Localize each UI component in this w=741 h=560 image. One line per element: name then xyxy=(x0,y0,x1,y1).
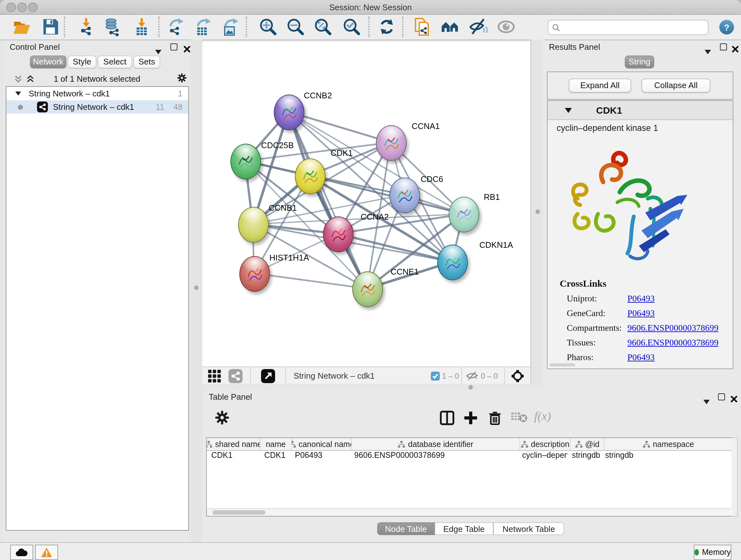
table-panel-close-icon[interactable] xyxy=(731,393,737,405)
export-network-icon[interactable] xyxy=(166,17,185,37)
results-panel-close-icon[interactable] xyxy=(732,44,738,55)
table-horizontal-scrollbar[interactable] xyxy=(207,508,731,516)
control-panel-close-icon[interactable] xyxy=(184,44,190,55)
network-node-CCNA2[interactable] xyxy=(323,216,354,252)
column-header-shared-name[interactable]: shared name xyxy=(207,438,260,450)
refresh-icon[interactable] xyxy=(377,17,396,37)
network-view-canvas[interactable]: CCNB2CCNA1CDC25BCDK1CDC6RB1CCNB1CCNA2CDK… xyxy=(202,42,530,367)
tab-sets[interactable]: Sets xyxy=(133,56,160,68)
first-neighbors-icon[interactable] xyxy=(441,17,460,37)
cdk1-collapse-icon[interactable] xyxy=(565,108,572,113)
left-splitter[interactable] xyxy=(191,40,203,542)
network-node-CDKN1A[interactable] xyxy=(437,245,468,280)
splitter-handle[interactable] xyxy=(194,286,199,290)
search-field[interactable] xyxy=(548,20,709,35)
tab-network-table[interactable]: Network Table xyxy=(493,522,564,535)
network-node-CCNA1[interactable] xyxy=(376,125,407,161)
import-network-file-icon[interactable] xyxy=(77,17,96,37)
network-node-CDC25B[interactable] xyxy=(230,144,261,179)
crosslink-uniprot-link[interactable]: P06493 xyxy=(627,294,655,304)
zoom-selected-icon[interactable] xyxy=(342,17,361,37)
cell--id[interactable]: stringdb:9... xyxy=(567,451,601,464)
crosslink-genecard-link[interactable]: P06493 xyxy=(627,308,655,319)
cell-shared-name[interactable]: CDK1 xyxy=(207,451,260,464)
fit-selected-crosshair-icon[interactable] xyxy=(511,369,524,382)
cell-database-identifier[interactable]: 9606.ENSP00000378699 xyxy=(350,451,518,464)
cell-description[interactable]: cyclin–dependent ... xyxy=(518,451,567,464)
network-node-CDC6[interactable] xyxy=(389,178,420,213)
export-image-icon[interactable] xyxy=(221,17,240,37)
hide-selected-icon[interactable] xyxy=(468,17,488,37)
tab-select[interactable]: Select xyxy=(98,56,132,68)
column-header-description[interactable]: description xyxy=(520,438,570,450)
table-options-gear-icon[interactable] xyxy=(214,410,231,427)
tab-node-table[interactable]: Node Table xyxy=(377,522,434,535)
import-network-database-icon[interactable] xyxy=(104,17,123,37)
zoom-in-icon[interactable] xyxy=(259,17,278,37)
network-node-CDK1[interactable] xyxy=(295,159,326,194)
cdk1-card-header[interactable]: CDK1 xyxy=(548,101,733,120)
show-all-icon[interactable] xyxy=(496,17,516,37)
network-row-selected[interactable]: String Network – cdk1 11 48 xyxy=(6,100,188,114)
network-options-gear-icon[interactable] xyxy=(177,73,187,85)
network-node-CCNE1[interactable] xyxy=(352,271,383,307)
open-session-icon[interactable] xyxy=(12,17,31,37)
save-session-icon[interactable] xyxy=(41,17,60,37)
crosslink-tissues-link[interactable]: 9606.ENSP00000378699 xyxy=(627,338,718,348)
collapse-all-button[interactable]: Collapse All xyxy=(642,78,711,92)
table-row[interactable]: CDK1CDK1P064939606.ENSP00000378699cyclin… xyxy=(207,451,732,464)
card-scrollbar-thumb[interactable] xyxy=(549,363,575,367)
splitter-handle[interactable] xyxy=(468,385,473,389)
table-vertical-scrollbar[interactable] xyxy=(731,437,738,516)
expand-all-button[interactable]: Expand All xyxy=(569,78,631,92)
show-columns-icon[interactable] xyxy=(439,410,456,427)
birds-eye-view-icon[interactable] xyxy=(261,369,275,383)
cell-canonical-name[interactable]: P06493 xyxy=(290,451,350,464)
delete-column-trash-icon[interactable] xyxy=(487,410,503,427)
network-node-CCNB2[interactable] xyxy=(274,95,305,130)
results-panel-float-icon[interactable] xyxy=(720,44,727,51)
export-table-icon[interactable] xyxy=(193,17,212,37)
collection-expand-icon[interactable] xyxy=(15,91,21,96)
crosslink-compartments-link[interactable]: 9606.ENSP00000378699 xyxy=(627,323,718,333)
network-node-RB1[interactable] xyxy=(449,197,479,233)
memory-button[interactable]: Memory xyxy=(694,545,731,560)
network-share-view-icon[interactable] xyxy=(228,369,243,383)
warning-button[interactable] xyxy=(35,545,58,560)
cell-name[interactable]: CDK1 xyxy=(260,451,290,464)
column-header-name[interactable]: name xyxy=(260,438,292,450)
tab-edge-table[interactable]: Edge Table xyxy=(434,522,493,535)
splitter-handle[interactable] xyxy=(536,209,540,214)
clone-network-icon[interactable] xyxy=(412,17,431,37)
create-column-plus-icon[interactable] xyxy=(463,410,479,427)
column-header-canonical-name[interactable]: canonical name xyxy=(292,438,352,450)
results-panel-collapse-icon[interactable] xyxy=(704,45,711,57)
tab-network[interactable]: Network xyxy=(30,56,66,68)
right-splitter[interactable] xyxy=(530,40,544,391)
column-header-database-identifier[interactable]: database identifier xyxy=(352,438,520,450)
zoom-fit-icon[interactable] xyxy=(313,17,333,37)
network-collection-row[interactable]: String Network – cdk1 1 xyxy=(6,87,188,100)
cell-namespace[interactable]: stringdb xyxy=(601,451,728,464)
hidden-eye-slash-icon[interactable] xyxy=(466,371,478,381)
network-edges[interactable] xyxy=(202,42,530,367)
search-input[interactable] xyxy=(562,22,708,33)
network-node-HIST1H1A[interactable] xyxy=(239,256,270,292)
column-header-namespace[interactable]: namespace xyxy=(604,438,733,450)
network-node-CCNB1[interactable] xyxy=(238,207,269,243)
grid-view-icon[interactable] xyxy=(207,369,221,383)
scrollbar-thumb[interactable] xyxy=(212,510,266,515)
help-icon[interactable]: ? xyxy=(719,20,734,35)
import-table-file-icon[interactable] xyxy=(132,17,151,37)
selected-nodes-checkbox-icon[interactable] xyxy=(430,371,440,380)
control-panel-collapse-icon[interactable] xyxy=(155,45,161,57)
table-panel-collapse-icon[interactable] xyxy=(703,395,710,407)
zoom-out-icon[interactable] xyxy=(286,17,305,37)
control-panel-float-icon[interactable] xyxy=(171,44,178,51)
tab-string[interactable]: String xyxy=(625,56,654,68)
table-panel-float-icon[interactable] xyxy=(718,393,725,400)
crosslink-pharos-link[interactable]: P06493 xyxy=(627,353,655,363)
tab-style[interactable]: Style xyxy=(68,56,96,68)
column-header--id[interactable]: @id xyxy=(570,438,604,450)
cloud-button[interactable] xyxy=(10,545,33,560)
